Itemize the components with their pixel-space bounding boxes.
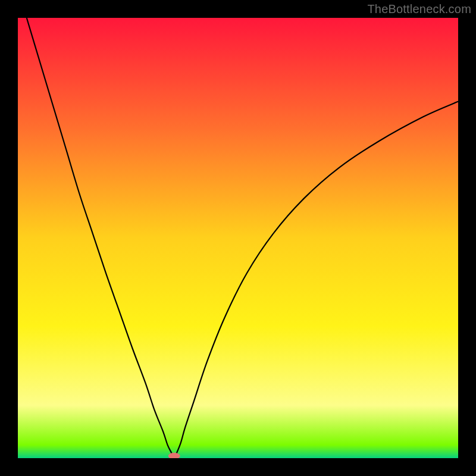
watermark-text: TheBottleneck.com (367, 2, 471, 16)
chart-frame: TheBottleneck.com (0, 0, 476, 476)
bottleneck-chart (18, 18, 458, 458)
gradient-background (18, 18, 458, 458)
plot-area (18, 18, 458, 458)
